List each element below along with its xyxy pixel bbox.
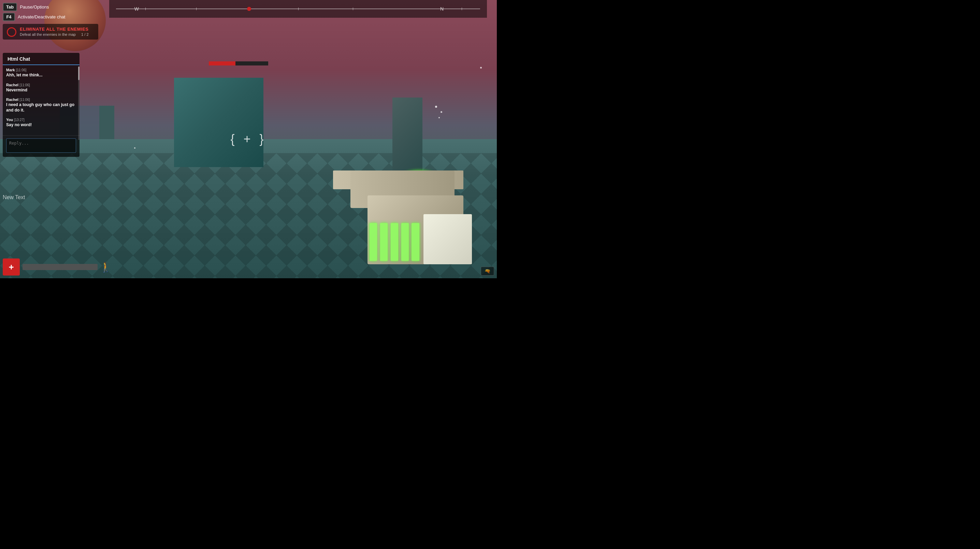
stamina-bar	[22, 264, 98, 270]
chat-message-3: You [13:27] Say no word!	[6, 117, 76, 128]
health-cross-icon: +	[8, 263, 14, 271]
chat-reply-input[interactable]	[6, 138, 76, 153]
keybind-tab-row: Tab Pause/Options	[3, 3, 65, 11]
weapon-stripe-4	[401, 223, 409, 261]
compass-tick	[145, 8, 146, 10]
chat-text-1: Nevermind	[6, 88, 76, 93]
compass-tick	[353, 8, 353, 10]
tab-key: Tab	[3, 3, 17, 11]
chat-panel: Html Chat Mark [11:06] Ahh, let me think…	[3, 53, 80, 157]
chat-scrollbar[interactable]	[78, 67, 80, 140]
compass-tick	[298, 8, 299, 10]
weapon-stripe-1	[369, 223, 377, 261]
crosshair: { + }	[230, 132, 266, 146]
sender-name-1: Rachel	[6, 83, 18, 87]
objective-panel: ELIMINATE ALL THE ENEMIES Defeat all the…	[3, 24, 98, 40]
chat-message-1: Rachel [11:06] Nevermind	[6, 83, 76, 93]
particle	[441, 111, 442, 113]
sender-name-2: Rachel	[6, 98, 18, 102]
weapon-cube	[423, 214, 472, 264]
compass-west-label: W	[134, 6, 139, 11]
chat-sender-0: Mark [11:06]	[6, 68, 76, 72]
ammo-display: 🔫	[481, 267, 494, 276]
compass-tick	[196, 8, 197, 10]
timestamp-0: [11:06]	[16, 68, 27, 72]
tab-label: Pause/Options	[20, 5, 49, 10]
chat-sender-1: Rachel [11:06]	[6, 83, 76, 87]
ammo-icon: 🔫	[485, 268, 490, 274]
compass-north-label: N	[440, 6, 444, 11]
weapon-stripe-3	[391, 223, 398, 261]
timestamp-2: [11:06]	[19, 98, 30, 102]
bottom-hud: + 🚶	[3, 259, 494, 276]
objective-title: ELIMINATE ALL THE ENEMIES	[20, 27, 89, 32]
new-text-label: New Text	[3, 194, 25, 200]
health-button[interactable]: +	[3, 259, 20, 276]
chat-messages: Mark [11:06] Ahh, let me think... Rachel…	[3, 65, 80, 135]
stamina-fill	[22, 264, 98, 270]
f4-key: F4	[3, 13, 15, 21]
weapon-stripe-2	[380, 223, 388, 261]
objective-desc-text: Defeat all the enemies in the map	[20, 32, 76, 36]
weapon-stripe-5	[412, 223, 419, 261]
particle	[439, 117, 440, 118]
weapon-model	[298, 139, 472, 264]
chat-text-2: I need a tough guy who can just go and d…	[6, 102, 76, 113]
sender-name-3: You	[6, 117, 13, 122]
chat-message-2: Rachel [11:06] I need a tough guy who ca…	[6, 98, 76, 113]
objective-description: Defeat all the enemies in the map 1 / 2	[20, 32, 89, 36]
compass-track: W N	[116, 8, 480, 9]
chat-text-3: Say no word!	[6, 122, 76, 128]
compass-player-dot	[247, 7, 251, 11]
chat-sender-3: You [13:27]	[6, 117, 76, 122]
f4-label: Activate/Deactivate chat	[18, 14, 65, 19]
sender-name-0: Mark	[6, 68, 15, 72]
chat-sender-2: Rachel [11:06]	[6, 98, 76, 102]
keybind-f4-row: F4 Activate/Deactivate chat	[3, 13, 65, 21]
weapon-body	[298, 139, 472, 264]
enemy-health-empty	[235, 61, 268, 65]
chat-message-0: Mark [11:06] Ahh, let me think...	[6, 68, 76, 78]
chat-scrollthumb[interactable]	[78, 67, 80, 80]
objective-count: 1 / 2	[81, 32, 88, 36]
keybindings-panel: Tab Pause/Options F4 Activate/Deactivate…	[3, 3, 65, 21]
chat-header: Html Chat	[3, 53, 80, 65]
particle	[435, 106, 437, 108]
enemy-health-red	[209, 61, 236, 65]
enemy-health-bar	[209, 61, 269, 65]
character-icon: 🚶	[100, 259, 111, 276]
particle	[480, 67, 482, 68]
center-obstacle	[174, 78, 263, 167]
compass-bar: W N	[109, 0, 487, 18]
timestamp-3: [13:27]	[14, 118, 25, 122]
objective-icon	[7, 27, 16, 37]
chat-input-area	[3, 135, 80, 157]
timestamp-1: [11:06]	[19, 83, 30, 87]
chat-text-0: Ahh, let me think...	[6, 73, 76, 78]
objective-content: ELIMINATE ALL THE ENEMIES Defeat all the…	[20, 27, 89, 36]
